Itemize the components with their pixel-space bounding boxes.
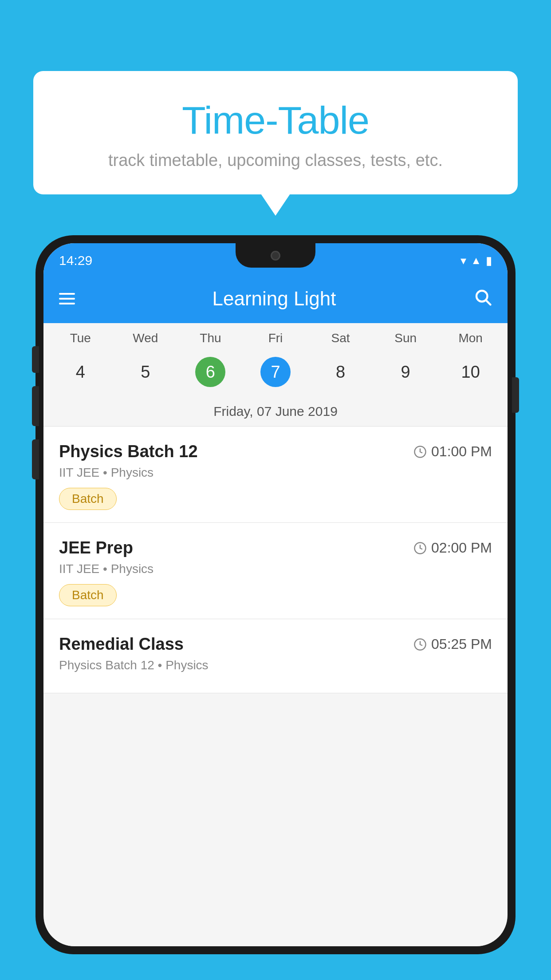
signal-icon: ▲ bbox=[471, 254, 481, 267]
day-10[interactable]: 10 bbox=[438, 352, 503, 391]
item-time-3: 05:25 PM bbox=[413, 636, 492, 652]
item-time-2: 02:00 PM bbox=[413, 540, 492, 556]
schedule-item-3[interactable]: Remedial Class 05:25 PM Physics Batch 12… bbox=[43, 619, 508, 693]
power-button bbox=[512, 377, 519, 413]
speech-bubble: Time-Table track timetable, upcoming cla… bbox=[33, 71, 518, 194]
phone-outer: 14:29 ▾ ▲ ▮ Learning Light bbox=[35, 235, 516, 954]
volume-up-button bbox=[32, 346, 39, 373]
day-header-mon: Mon bbox=[438, 331, 503, 345]
item-meta-1: IIT JEE • Physics bbox=[59, 466, 492, 480]
wifi-icon: ▾ bbox=[460, 254, 466, 268]
speech-bubble-container: Time-Table track timetable, upcoming cla… bbox=[33, 71, 518, 194]
app-bar: Learning Light bbox=[43, 274, 508, 323]
item-name-2: JEE Prep bbox=[59, 538, 133, 557]
day-9[interactable]: 9 bbox=[373, 352, 438, 391]
calendar-strip: Tue Wed Thu Fri Sat Sun Mon 4 5 6 7 bbox=[43, 323, 508, 427]
phone-container: 14:29 ▾ ▲ ▮ Learning Light bbox=[35, 235, 516, 980]
status-icons: ▾ ▲ ▮ bbox=[460, 254, 492, 268]
item-name-3: Remedial Class bbox=[59, 635, 184, 654]
selected-date-label: Friday, 07 June 2019 bbox=[43, 400, 508, 427]
day-header-sun: Sun bbox=[373, 331, 438, 345]
item-row1: Physics Batch 12 01:00 PM bbox=[59, 442, 492, 461]
camera bbox=[271, 251, 280, 261]
item-name-1: Physics Batch 12 bbox=[59, 442, 198, 461]
notch bbox=[236, 243, 315, 268]
item-time-1: 01:00 PM bbox=[413, 443, 492, 460]
batch-badge-1: Batch bbox=[59, 488, 117, 510]
day-4[interactable]: 4 bbox=[48, 352, 113, 391]
hamburger-menu-icon[interactable] bbox=[59, 293, 75, 304]
day-6-today[interactable]: 6 bbox=[178, 352, 243, 391]
day-header-tue: Tue bbox=[48, 331, 113, 345]
item-meta-2: IIT JEE • Physics bbox=[59, 562, 492, 576]
clock-icon-3 bbox=[413, 638, 427, 651]
day-7-selected[interactable]: 7 bbox=[243, 352, 308, 391]
clock-icon-1 bbox=[413, 445, 427, 458]
bubble-title: Time-Table bbox=[55, 98, 496, 143]
day-8[interactable]: 8 bbox=[308, 352, 373, 391]
day-header-sat: Sat bbox=[308, 331, 373, 345]
silent-button bbox=[32, 439, 39, 479]
schedule-list: Physics Batch 12 01:00 PM IIT JEE • Phys… bbox=[43, 427, 508, 693]
item-row2: JEE Prep 02:00 PM bbox=[59, 538, 492, 557]
status-time: 14:29 bbox=[59, 253, 92, 268]
day-5[interactable]: 5 bbox=[113, 352, 178, 391]
schedule-item-2[interactable]: JEE Prep 02:00 PM IIT JEE • Physics Batc… bbox=[43, 523, 508, 619]
phone-screen: 14:29 ▾ ▲ ▮ Learning Light bbox=[43, 243, 508, 946]
item-row3: Remedial Class 05:25 PM bbox=[59, 635, 492, 654]
svg-line-1 bbox=[486, 300, 491, 304]
bottom-fade bbox=[43, 911, 508, 946]
battery-icon: ▮ bbox=[486, 254, 492, 268]
app-title: Learning Light bbox=[88, 288, 460, 310]
day-numbers: 4 5 6 7 8 9 10 bbox=[43, 349, 508, 400]
bubble-subtitle: track timetable, upcoming classes, tests… bbox=[55, 151, 496, 170]
volume-down-button bbox=[32, 386, 39, 426]
day-header-fri: Fri bbox=[243, 331, 308, 345]
day-headers: Tue Wed Thu Fri Sat Sun Mon bbox=[43, 323, 508, 349]
item-meta-3: Physics Batch 12 • Physics bbox=[59, 658, 492, 672]
schedule-item-1[interactable]: Physics Batch 12 01:00 PM IIT JEE • Phys… bbox=[43, 427, 508, 523]
batch-badge-2: Batch bbox=[59, 584, 117, 606]
search-icon[interactable] bbox=[473, 288, 492, 310]
day-header-thu: Thu bbox=[178, 331, 243, 345]
clock-icon-2 bbox=[413, 541, 427, 555]
day-header-wed: Wed bbox=[113, 331, 178, 345]
